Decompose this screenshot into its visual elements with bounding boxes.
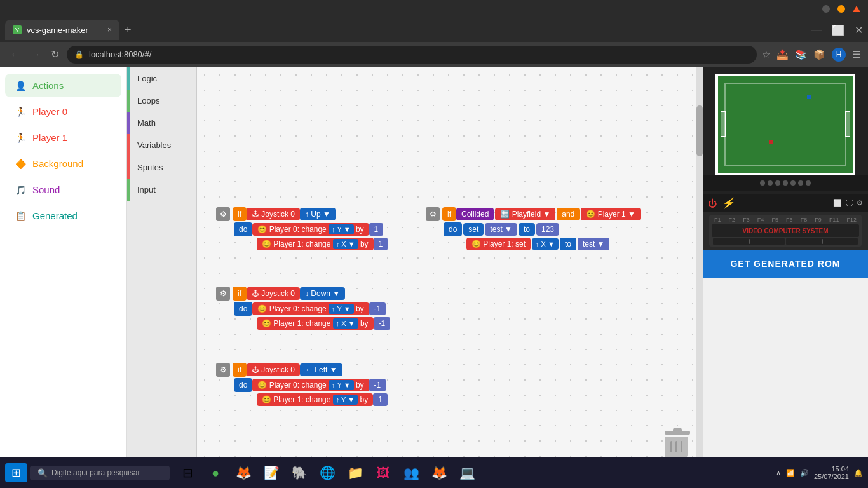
gear-btn-3[interactable]: ⚙ — [216, 363, 230, 377]
mini-dot-1[interactable] — [822, 5, 830, 13]
val-neg1-3a[interactable]: -1 — [369, 379, 386, 391]
restore-btn[interactable]: ⬜ — [832, 24, 844, 36]
val-neg1-2a[interactable]: -1 — [369, 302, 386, 315]
cat-loops[interactable]: Loops — [127, 90, 196, 112]
y-coord-3[interactable]: ↑ Y ▼ — [329, 380, 353, 390]
address-bar[interactable]: 🔒 localhost:8080/#/ — [67, 46, 757, 64]
cat-variables[interactable]: Variables — [127, 134, 196, 156]
minimize-btn[interactable]: — — [811, 24, 822, 36]
gear-btn-1[interactable]: ⚙ — [216, 207, 230, 221]
power-btn[interactable]: ⏻ — [708, 198, 717, 208]
gear-btn-4[interactable]: ⚙ — [426, 207, 440, 221]
joystick-block-3[interactable]: 🕹 Joystick 0 — [247, 363, 300, 376]
cat-logic[interactable]: Logic — [127, 67, 196, 90]
val-1-1b[interactable]: 1 — [374, 238, 388, 250]
emu-window-btn[interactable]: ⬜ — [833, 199, 842, 207]
taskbar-edge[interactable]: 🌐 — [315, 460, 340, 485]
playfield-block[interactable]: 🔙 Playfield ▼ — [495, 208, 555, 220]
player1-change-block-1[interactable]: 😊 Player 1: change ↑ X ▼ by — [257, 238, 374, 250]
sidebar-label-generated: Generated — [32, 210, 78, 221]
var-test-block[interactable]: test ▼ — [485, 223, 517, 236]
menu-btn[interactable]: ☰ — [852, 49, 860, 60]
star-btn[interactable]: ☆ — [762, 49, 770, 60]
close-btn[interactable]: ✕ — [855, 24, 863, 36]
taskbar-firefox2[interactable]: 🦊 — [426, 460, 452, 485]
player0-change-block-2[interactable]: 😊 Player 0: change ↑ Y ▼ by — [252, 302, 369, 315]
refresh-btn[interactable]: ↻ — [48, 46, 62, 63]
tab-close-btn[interactable]: × — [107, 25, 112, 34]
player1-set-block[interactable]: 😊 Player 1: set — [466, 238, 531, 250]
vertical-scrollbar[interactable] — [696, 67, 703, 475]
y-coord-1[interactable]: ↑ Y ▼ — [329, 224, 353, 234]
player1-cond-block[interactable]: 😊 Player 1 ▼ — [581, 208, 641, 220]
sys-volume[interactable]: 🔊 — [800, 469, 809, 477]
taskbar-photos[interactable]: 🖼 — [370, 460, 396, 485]
forward-btn[interactable]: → — [28, 46, 43, 63]
emu-settings-btn[interactable]: ⚙ — [857, 199, 863, 207]
start-button[interactable]: ⊞ — [5, 463, 27, 482]
new-tab-btn[interactable]: + — [119, 24, 137, 37]
get-generated-rom-btn[interactable]: GET GENERATED ROM — [703, 250, 868, 278]
direction-up-block[interactable]: ↑ Up ▼ — [300, 208, 336, 220]
gear-btn-2[interactable]: ⚙ — [216, 287, 230, 301]
notification-btn[interactable]: 🔔 — [854, 469, 863, 477]
x-coord-1[interactable]: ↑ X ▼ — [333, 239, 358, 249]
back-btn[interactable]: ← — [8, 46, 23, 63]
sidebar-item-background[interactable]: 🔶 Background — [5, 152, 121, 175]
sidebar-item-player1[interactable]: 🏃 Player 1 — [5, 126, 121, 149]
taskbar-chrome[interactable]: ● — [203, 460, 228, 485]
val-1-3b[interactable]: 1 — [373, 393, 388, 406]
taskbar-taskview[interactable]: ⊟ — [175, 460, 200, 485]
sys-chevron[interactable]: ∧ — [776, 469, 781, 477]
scrollbar-thumb[interactable] — [696, 105, 703, 156]
taskbar-files[interactable]: 📁 — [342, 460, 368, 485]
sidebar-item-actions[interactable]: 👤 Actions — [5, 74, 121, 97]
cat-input-label: Input — [137, 185, 156, 194]
mini-dot-2[interactable] — [837, 5, 845, 13]
do-label-3a: do — [239, 381, 247, 390]
val-123-block[interactable]: 123 — [536, 223, 559, 236]
player1-change-block-2[interactable]: 😊 Player 1: change ↑ X ▼ by — [257, 317, 374, 330]
taskbar-teams[interactable]: 👥 — [398, 460, 424, 485]
val-neg1-2b[interactable]: -1 — [374, 317, 391, 330]
collided-block[interactable]: Collided — [456, 208, 494, 220]
avatar-btn[interactable]: H — [832, 48, 846, 62]
extensions-btn[interactable]: 📦 — [813, 49, 825, 60]
main-canvas[interactable]: ⚙ if 🕹 Joystick 0 ↑ Up ▼ do 😊 Playe — [197, 67, 703, 475]
pocket-btn[interactable]: 📥 — [776, 49, 789, 60]
tab-favicon: V — [13, 25, 22, 34]
block-row-if-2: ⚙ if 🕹 Joystick 0 ↓ Down ▼ — [216, 287, 390, 301]
joystick-block-2[interactable]: 🕹 Joystick 0 — [247, 287, 300, 300]
direction-down-block[interactable]: ↓ Down ▼ — [300, 287, 345, 300]
taskbar-pgadmin[interactable]: 🐘 — [287, 460, 312, 485]
player0-change-block-3[interactable]: 😊 Player 0: change ↑ Y ▼ by — [252, 379, 369, 391]
sidebar-item-player0[interactable]: 🏃 Player 0 — [5, 100, 121, 123]
trash-icon[interactable] — [665, 428, 690, 456]
sys-network[interactable]: 📶 — [786, 469, 795, 477]
search-bar[interactable]: 🔍 Digite aqui para pesquisar — [30, 466, 170, 480]
y-coord-3b[interactable]: ↑ Y ▼ — [333, 395, 358, 405]
taskbar-notepad[interactable]: 📝 — [259, 460, 284, 485]
test-val-block[interactable]: test ▼ — [578, 238, 610, 250]
joystick-block-1[interactable]: 🕹 Joystick 0 — [247, 208, 300, 220]
taskbar-firefox[interactable]: 🦊 — [231, 460, 256, 485]
player1-change-block-3[interactable]: 😊 Player 1: change ↑ Y ▼ by — [257, 393, 373, 406]
cat-sprites[interactable]: Sprites — [127, 156, 196, 179]
y-coord-2[interactable]: ↑ Y ▼ — [329, 304, 353, 314]
x-coord-2[interactable]: ↑ X ▼ — [333, 318, 358, 329]
sidebar-item-generated[interactable]: 📋 Generated — [5, 204, 121, 227]
taskbar-clock[interactable]: 15:04 25/07/2021 — [814, 465, 849, 480]
taskbar-vscode[interactable]: 💻 — [454, 460, 480, 485]
val-1-1[interactable]: 1 — [369, 223, 384, 236]
x-coord-set-block[interactable]: ↑ X ▼ — [532, 238, 559, 250]
browser-tab[interactable]: V vcs-game-maker × — [5, 20, 119, 40]
sidebar-item-sound[interactable]: 🎵 Sound — [5, 178, 121, 201]
player0-change-block-1[interactable]: 😊 Player 0: change ↑ Y ▼ by — [252, 223, 369, 236]
history-btn[interactable]: 📚 — [795, 49, 807, 60]
direction-left-label: ← Left ▼ — [305, 365, 337, 374]
cat-math[interactable]: Math — [127, 112, 196, 134]
cat-input[interactable]: Input — [127, 179, 196, 201]
direction-left-block[interactable]: ← Left ▼ — [300, 363, 342, 376]
emu-fullscreen-btn[interactable]: ⛶ — [846, 199, 853, 207]
mini-dot-3[interactable] — [853, 6, 860, 12]
